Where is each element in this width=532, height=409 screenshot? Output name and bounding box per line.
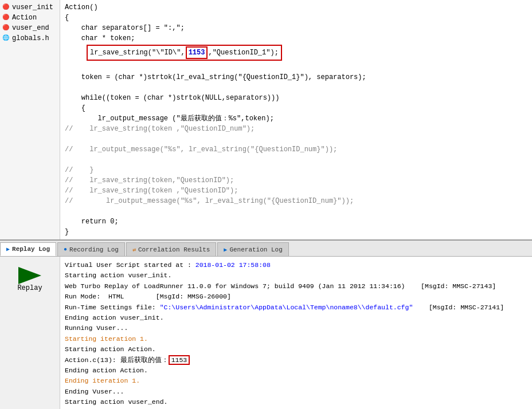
log-line: Ending action vuser_init.: [65, 313, 527, 323]
code-editor: Action() { char separators[] = ":,"; cha…: [60, 0, 532, 239]
sidebar-label-action: Action: [12, 14, 37, 22]
code-line: }: [65, 227, 527, 237]
sidebar-label-vuser-end: vuser_end: [12, 24, 49, 32]
log-line: Ending action Action.: [65, 365, 527, 376]
log-line: Running Vuser...: [65, 323, 527, 333]
code-line: char separators[] = ":,";: [65, 23, 527, 33]
log-line: Starting action Action.: [65, 344, 527, 355]
replay-button-area: Replay: [0, 257, 60, 409]
log-content: Virtual User Script started at : 2018-01…: [60, 257, 532, 409]
code-line: [65, 155, 527, 165]
code-line: {: [65, 13, 527, 23]
log-timestamp: 2018-01-02 17:58:08: [195, 261, 271, 269]
log-line-action-result: Action.c(13): 最后获取的值：1153: [65, 355, 527, 365]
log-line-iteration-end: Ending iteration 1.: [65, 376, 527, 386]
generation-tab-icon: ▶: [224, 246, 227, 253]
flag-icon: 🔴: [2, 14, 10, 22]
sidebar-item-vuser-init[interactable]: 🔴 vuser_init: [0, 2, 60, 13]
bottom-panel: ▶ Replay Log ● Recording Log ⇄ Correlati…: [0, 241, 532, 409]
code-line: token = (char *)strtok(lr_eval_string("{…: [65, 72, 527, 82]
log-line: Starting action vuser_end.: [65, 397, 527, 407]
code-line: while((token = (char *)strtok(NULL,separ…: [65, 93, 527, 103]
code-line: [65, 206, 527, 217]
log-line: Run Mode: HTML [MsgId: MMSG-26000]: [65, 292, 527, 302]
code-line: [65, 82, 527, 93]
tab-correlation-results-label: Correlation Results: [138, 246, 210, 253]
tab-replay-log[interactable]: ▶ Replay Log: [0, 242, 56, 256]
log-line-start: Virtual User Script started at : 2018-01…: [65, 260, 527, 270]
code-line: // lr_output_message("%s", lr_eval_strin…: [65, 144, 527, 155]
log-output-area: Virtual User Script started at : 2018-01…: [60, 257, 532, 409]
file-sidebar: 🔴 vuser_init 🔴 Action 🔴 vuser_end 🌐 glob…: [0, 0, 60, 239]
log-value-1153: 1153: [169, 355, 190, 365]
sidebar-item-action[interactable]: 🔴 Action: [0, 13, 60, 23]
replay-button[interactable]: Replay: [13, 262, 46, 297]
sidebar-label-vuser-init: vuser_init: [12, 3, 53, 11]
log-line: Starting action vuser_init.: [65, 270, 527, 281]
replay-label: Replay: [17, 284, 42, 292]
tab-generation-log[interactable]: ▶ Generation Log: [217, 242, 288, 256]
code-line: return 0;: [65, 217, 527, 227]
tab-generation-log-label: Generation Log: [229, 246, 282, 253]
code-line: // lr_output_message("%s", lr_eval_strin…: [65, 196, 527, 206]
code-line: [65, 134, 527, 144]
code-line: // }: [65, 165, 527, 175]
sidebar-item-globals[interactable]: 🌐 globals.h: [0, 33, 60, 44]
globe-icon: 🌐: [2, 34, 10, 42]
log-line-settings: Run-Time Settings file: "C:\Users\Admini…: [65, 302, 527, 313]
tab-replay-log-label: Replay Log: [12, 246, 50, 253]
tab-correlation-results[interactable]: ⇄ Correlation Results: [126, 242, 216, 256]
correlation-tab-icon: ⇄: [132, 246, 136, 253]
sidebar-item-vuser-end[interactable]: 🔴 vuser_end: [0, 23, 60, 33]
log-line: Web Turbo Replay of LoadRunner 11.0.0 fo…: [65, 281, 527, 292]
log-line-iteration-start: Starting iteration 1.: [65, 334, 527, 344]
code-line-highlighted: lr_save_string("\"ID\",1153,"QuestionID_…: [65, 44, 527, 62]
code-line: // lr_save_string(token ,"QuestionID_num…: [65, 124, 527, 134]
log-line: Ending Vuser...: [65, 387, 527, 397]
code-line: char * token;: [65, 33, 527, 44]
flag-icon: 🔴: [2, 3, 10, 11]
log-settings-path: "C:\Users\Administrator\AppData\Local\Te…: [160, 304, 413, 311]
recording-tab-icon: ●: [64, 246, 67, 253]
tab-recording-log-label: Recording Log: [69, 246, 119, 253]
main-container: 🔴 vuser_init 🔴 Action 🔴 vuser_end 🌐 glob…: [0, 0, 532, 409]
tab-recording-log[interactable]: ● Recording Log: [57, 242, 125, 256]
code-line: // lr_save_string(token ,"QuestionID");: [65, 186, 527, 196]
code-line: [65, 62, 527, 72]
flag-icon: 🔴: [2, 24, 10, 32]
sidebar-label-globals: globals.h: [12, 34, 49, 42]
top-panel: 🔴 vuser_init 🔴 Action 🔴 vuser_end 🌐 glob…: [0, 0, 532, 241]
tab-bar: ▶ Replay Log ● Recording Log ⇄ Correlati…: [0, 241, 532, 257]
code-line: Action(): [65, 2, 527, 13]
replay-tab-icon: ▶: [6, 246, 10, 253]
bottom-content-area: Replay Virtual User Script started at : …: [0, 257, 532, 409]
code-line: // lr_save_string(token,"QuestionID");: [65, 175, 527, 186]
code-line: {: [65, 103, 527, 113]
value-1153: 1153: [186, 46, 208, 59]
play-icon: [18, 267, 41, 284]
highlighted-code-block: lr_save_string("\"ID\",1153,"QuestionID_…: [87, 45, 282, 61]
code-line: lr_output_message ("最后获取的值：%s",token);: [65, 113, 527, 124]
svg-marker-0: [18, 267, 41, 284]
